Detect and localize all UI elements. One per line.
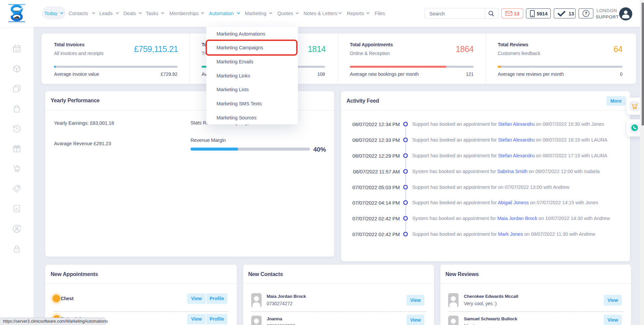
svg-text:?: ? — [585, 11, 587, 16]
svg-text:12: 12 — [15, 48, 18, 52]
